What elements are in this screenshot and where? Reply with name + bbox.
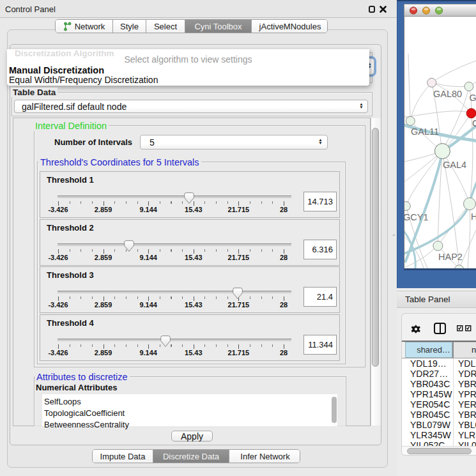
svg-text:GAL11: GAL11: [411, 127, 439, 137]
svg-text:GAL80: GAL80: [433, 89, 462, 99]
svg-text:HI: HI: [471, 211, 476, 222]
svg-text:GA: GA: [470, 93, 476, 103]
svg-text:C: C: [472, 118, 476, 128]
svg-text:GCY1: GCY1: [404, 212, 429, 222]
svg-text:GAL4: GAL4: [443, 160, 466, 170]
svg-text:HAP2: HAP2: [438, 252, 463, 262]
